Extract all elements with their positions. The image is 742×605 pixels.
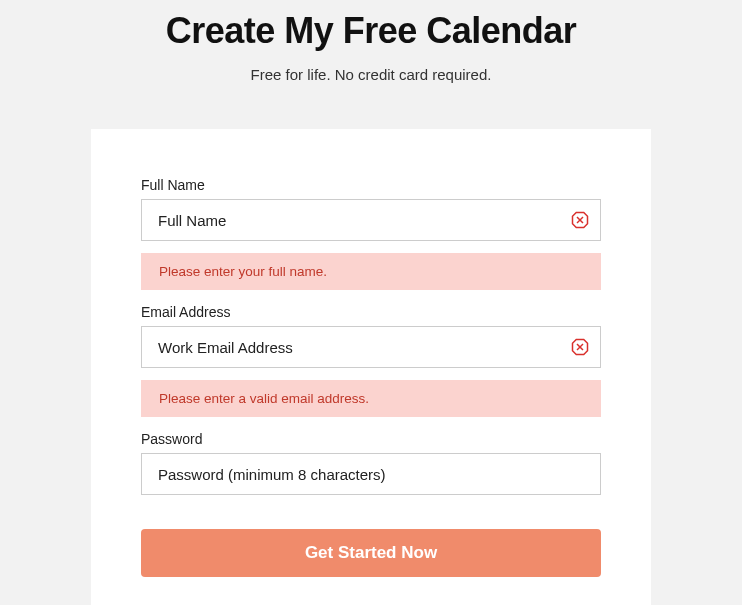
full-name-label: Full Name (141, 177, 601, 193)
page-title: Create My Free Calendar (166, 10, 577, 52)
password-input-wrap (141, 453, 601, 495)
password-label: Password (141, 431, 601, 447)
signup-page: Create My Free Calendar Free for life. N… (0, 0, 742, 605)
full-name-input[interactable] (141, 199, 601, 241)
password-field: Password (141, 431, 601, 495)
full-name-field: Full Name Please enter your full name. (141, 177, 601, 290)
full-name-error: Please enter your full name. (141, 253, 601, 290)
email-input-wrap (141, 326, 601, 368)
error-icon (571, 338, 589, 356)
error-icon (571, 211, 589, 229)
password-input[interactable] (141, 453, 601, 495)
email-error: Please enter a valid email address. (141, 380, 601, 417)
signup-card: Full Name Please enter your full name. E… (91, 129, 651, 605)
email-label: Email Address (141, 304, 601, 320)
page-subtitle: Free for life. No credit card required. (251, 66, 492, 83)
email-input[interactable] (141, 326, 601, 368)
get-started-button[interactable]: Get Started Now (141, 529, 601, 577)
full-name-input-wrap (141, 199, 601, 241)
email-field: Email Address Please enter a valid email… (141, 304, 601, 417)
